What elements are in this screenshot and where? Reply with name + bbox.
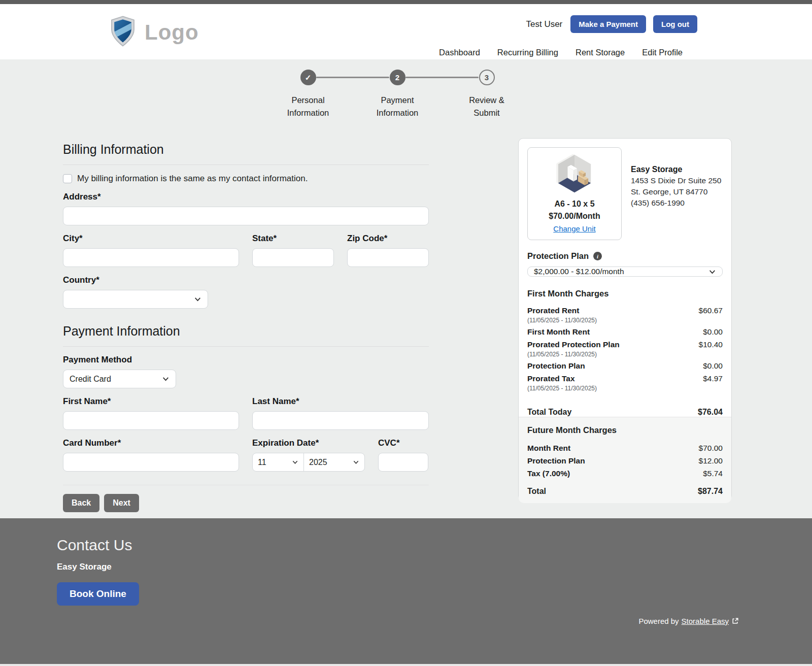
logo: Logo bbox=[108, 15, 199, 50]
contact-us-title: Contact Us bbox=[57, 537, 132, 554]
step-payment-information: 2 Payment Information bbox=[353, 70, 442, 119]
first-month-charges-title: First Month Charges bbox=[527, 289, 723, 298]
future-total-label: Total bbox=[527, 487, 546, 496]
footer: Contact Us Easy Storage Book Online Powe… bbox=[0, 518, 812, 666]
protection-plan-row: Protection Plan i bbox=[527, 251, 723, 261]
chevron-down-icon bbox=[353, 459, 359, 465]
address-input[interactable] bbox=[63, 207, 429, 225]
user-name: Test User bbox=[526, 19, 562, 29]
state-input[interactable] bbox=[252, 248, 334, 267]
expiration-month-select[interactable]: 11 bbox=[253, 453, 303, 471]
protection-plan-value: $2,000.00 - $12.00/month bbox=[534, 267, 624, 276]
first-month-charges-list: Prorated Rent(11/05/2025 - 11/30/2025) $… bbox=[527, 306, 723, 395]
facility-phone: (435) 656-1990 bbox=[631, 197, 721, 209]
step-personal-information: ✓ Personal Information bbox=[263, 70, 353, 119]
info-icon[interactable]: i bbox=[593, 252, 602, 260]
address-label: Address* bbox=[63, 192, 429, 202]
step-2-label: Payment Information bbox=[353, 94, 442, 119]
bottom-strip bbox=[0, 664, 812, 666]
expiration-date-label: Expiration Date* bbox=[252, 438, 365, 448]
expiration-month-value: 11 bbox=[258, 458, 266, 467]
header: Logo Test User Make a Payment Log out Da… bbox=[0, 4, 812, 59]
expiration-date-group: 11 2025 bbox=[252, 453, 365, 472]
step-3-circle[interactable]: 3 bbox=[479, 70, 495, 85]
step-3-label: Review & Submit bbox=[442, 94, 531, 119]
card-number-input[interactable] bbox=[63, 453, 239, 472]
book-online-button[interactable]: Book Online bbox=[57, 582, 139, 606]
charge-row: Prorated Protection Plan(11/05/2025 - 11… bbox=[527, 340, 723, 358]
charge-row: Protection Plan $0.00 bbox=[527, 361, 723, 371]
powered-by-text: Powered by bbox=[638, 617, 679, 625]
nav-item-dashboard[interactable]: Dashboard bbox=[439, 48, 480, 57]
cvc-input[interactable] bbox=[378, 453, 428, 472]
facility-address-line1: 1453 S Dixie Dr Suite 250 bbox=[631, 175, 721, 186]
next-button[interactable]: Next bbox=[104, 494, 139, 512]
future-total-row: Total $87.74 bbox=[527, 487, 723, 496]
country-select[interactable] bbox=[63, 290, 208, 309]
same-as-contact-checkbox[interactable] bbox=[63, 174, 72, 183]
order-summary-card: A6 - 10 x 5 $70.00/Month Change Unit Eas… bbox=[518, 138, 732, 501]
card-row: Card Number* Expiration Date* 11 2025 bbox=[63, 430, 429, 472]
back-button[interactable]: Back bbox=[63, 494, 99, 512]
unit-price: $70.00/Month bbox=[532, 212, 617, 221]
protection-plan-select[interactable]: $2,000.00 - $12.00/month bbox=[527, 267, 723, 277]
charge-row: Prorated Tax(11/05/2025 - 11/30/2025) $4… bbox=[527, 374, 723, 392]
card-number-label: Card Number* bbox=[63, 438, 239, 448]
unit-row: A6 - 10 x 5 $70.00/Month Change Unit Eas… bbox=[527, 147, 723, 240]
city-label: City* bbox=[63, 234, 239, 244]
powered-by: Powered by Storable Easy bbox=[638, 617, 739, 625]
progress-stepper: ✓ Personal Information 2 Payment Informa… bbox=[263, 70, 531, 130]
facility-info: Easy Storage 1453 S Dixie Dr Suite 250 S… bbox=[631, 164, 721, 240]
make-a-payment-button[interactable]: Make a Payment bbox=[570, 15, 646, 33]
logo-text: Logo bbox=[145, 20, 199, 45]
unit-card: A6 - 10 x 5 $70.00/Month Change Unit bbox=[527, 147, 622, 240]
payment-method-label: Payment Method bbox=[63, 355, 429, 365]
chevron-down-icon bbox=[162, 375, 170, 383]
change-unit-link[interactable]: Change Unit bbox=[553, 224, 595, 233]
payment-information-title: Payment Information bbox=[63, 324, 429, 347]
chevron-down-icon bbox=[708, 268, 716, 276]
first-name-input[interactable] bbox=[63, 411, 239, 430]
facility-address-line2: St. George, UT 84770 bbox=[631, 186, 721, 197]
expiration-year-select[interactable]: 2025 bbox=[303, 453, 364, 471]
logout-button[interactable]: Log out bbox=[653, 15, 697, 33]
expiration-year-value: 2025 bbox=[309, 458, 327, 467]
future-total-amount: $87.74 bbox=[698, 487, 723, 496]
facility-name: Easy Storage bbox=[631, 164, 721, 175]
main-nav: Dashboard Recurring Billing Rent Storage… bbox=[439, 48, 683, 57]
total-today-row: Total Today $76.04 bbox=[527, 408, 723, 417]
charge-row: First Month Rent $0.00 bbox=[527, 327, 723, 337]
name-row: First Name* Last Name* bbox=[63, 388, 429, 430]
chevron-down-icon bbox=[194, 295, 201, 303]
zip-code-label: Zip Code* bbox=[347, 234, 429, 244]
zip-code-input[interactable] bbox=[347, 248, 429, 267]
form-actions: Back Next bbox=[63, 485, 429, 512]
storable-easy-link[interactable]: Storable Easy bbox=[682, 617, 729, 625]
city-state-zip-row: City* State* Zip Code* bbox=[63, 225, 429, 267]
storage-unit-illustration bbox=[553, 186, 596, 195]
external-link-icon bbox=[731, 617, 739, 625]
checkout-form: Billing Information My billing informati… bbox=[63, 142, 429, 512]
charge-row: Prorated Rent(11/05/2025 - 11/30/2025) $… bbox=[527, 306, 723, 324]
nav-item-rent-storage[interactable]: Rent Storage bbox=[576, 48, 625, 57]
account-row: Test User Make a Payment Log out bbox=[526, 15, 697, 33]
step-2-circle[interactable]: 2 bbox=[390, 70, 405, 85]
same-as-contact-row: My billing information is the same as my… bbox=[63, 174, 429, 184]
payment-method-value: Credit Card bbox=[70, 375, 111, 384]
charge-row: Tax (7.00%) $5.74 bbox=[527, 469, 723, 478]
top-strip bbox=[0, 0, 812, 4]
nav-item-recurring-billing[interactable]: Recurring Billing bbox=[497, 48, 558, 57]
payment-method-select[interactable]: Credit Card bbox=[63, 370, 176, 388]
charge-row: Month Rent $70.00 bbox=[527, 444, 723, 453]
same-as-contact-label: My billing information is the same as my… bbox=[77, 174, 308, 184]
last-name-input[interactable] bbox=[252, 411, 429, 430]
future-month-charges-title: Future Month Charges bbox=[527, 425, 723, 435]
first-name-label: First Name* bbox=[63, 396, 239, 407]
nav-item-edit-profile[interactable]: Edit Profile bbox=[642, 48, 683, 57]
future-month-charges-list: Month Rent $70.00 Protection Plan $12.00… bbox=[527, 444, 723, 478]
city-input[interactable] bbox=[63, 248, 239, 267]
last-name-label: Last Name* bbox=[252, 396, 429, 407]
country-label: Country* bbox=[63, 275, 429, 285]
step-1-circle-check-icon[interactable]: ✓ bbox=[300, 70, 316, 85]
cvc-label: CVC* bbox=[378, 438, 428, 448]
